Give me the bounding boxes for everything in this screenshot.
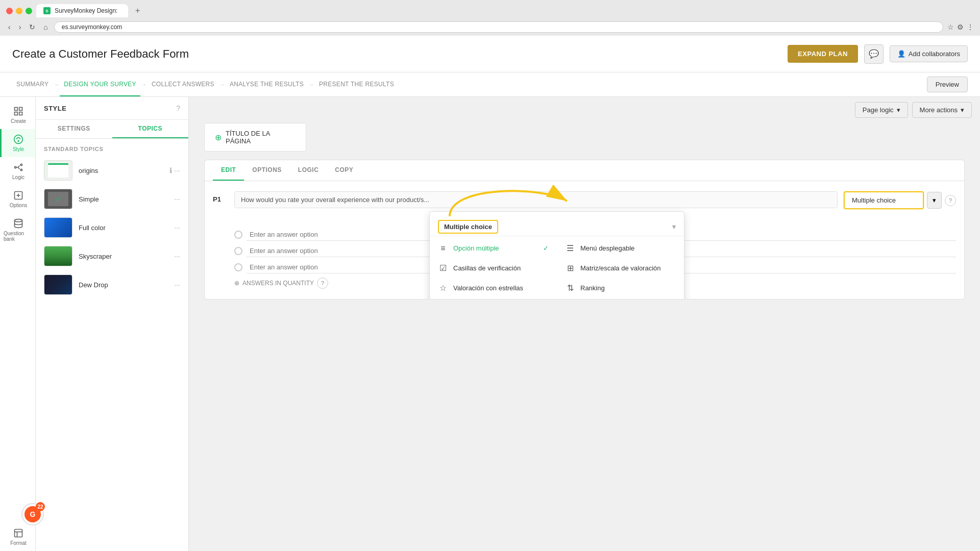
sidebar-item-options[interactable]: Options bbox=[0, 185, 35, 213]
theme-item-simple[interactable]: ✓ Simple ··· bbox=[36, 185, 188, 213]
sidebar-item-style[interactable]: Style bbox=[0, 129, 35, 157]
grid-icon-dd: ⊞ bbox=[565, 263, 575, 273]
tab-topics[interactable]: TOPICS bbox=[112, 120, 189, 138]
chat-button[interactable]: 💬 bbox=[864, 44, 884, 64]
plus-circle-icon: ⊕ bbox=[215, 133, 222, 142]
sidebar-item-question-bank[interactable]: Question bank bbox=[0, 213, 35, 247]
theme-more-fullcolor[interactable]: ··· bbox=[174, 223, 180, 232]
logic-icon bbox=[13, 162, 23, 172]
theme-item-origins[interactable]: origins ℹ ··· bbox=[36, 156, 188, 185]
nav-present-label: PRESENT THE RESULTS bbox=[319, 81, 394, 88]
nav-arrow-1: → bbox=[54, 82, 59, 87]
theme-item-skyscraper[interactable]: Skyscraper ··· bbox=[36, 242, 188, 270]
theme-thumb-fullcolor bbox=[44, 217, 72, 238]
theme-more-origins[interactable]: ··· bbox=[174, 166, 180, 174]
payments-badge[interactable]: G 22 bbox=[21, 503, 44, 525]
answers-qty-label: ANSWERS IN QUANTITY bbox=[242, 280, 314, 287]
plus-square-icon bbox=[13, 190, 23, 201]
address-bar[interactable] bbox=[54, 21, 943, 33]
person-icon: 👤 bbox=[897, 50, 905, 58]
more-actions-button[interactable]: More actions ▾ bbox=[912, 102, 972, 118]
home-button[interactable]: ⌂ bbox=[41, 22, 50, 32]
sidebar-item-create[interactable]: Create bbox=[0, 101, 35, 129]
radio-button-2[interactable] bbox=[234, 247, 242, 255]
menu-button[interactable]: ⋮ bbox=[967, 23, 974, 31]
nav-summary[interactable]: SUMMARY bbox=[12, 72, 53, 96]
minimize-btn[interactable] bbox=[16, 8, 22, 14]
dropdown-item-matriz[interactable]: ⊞ Matriz/escala de valoración bbox=[557, 258, 684, 278]
radio-button-3[interactable] bbox=[234, 263, 242, 271]
qtab-logic[interactable]: LOGIC bbox=[290, 160, 327, 181]
preview-button[interactable]: Preview bbox=[927, 77, 968, 92]
page-title-bar[interactable]: ⊕ TÍTULO DE LA PÁGINA bbox=[204, 123, 306, 152]
sidebar-item-format[interactable]: Format bbox=[0, 523, 35, 551]
dropdown-item-slider[interactable]: ⊸ Control deslizante bbox=[557, 298, 684, 299]
theme-more-skyscraper[interactable]: ··· bbox=[174, 252, 180, 260]
bookmark-button[interactable]: ☆ bbox=[947, 23, 954, 31]
survey-canvas: ⊕ TÍTULO DE LA PÁGINA EDIT OPTIONS LOGIC bbox=[189, 123, 980, 551]
nav-arrow-3: → bbox=[219, 82, 225, 87]
dropdown-item-label: Valoración con estrellas bbox=[453, 284, 523, 292]
tab-favicon: S bbox=[43, 7, 51, 14]
maximize-btn[interactable] bbox=[26, 8, 32, 14]
svg-rect-0 bbox=[15, 108, 18, 111]
answers-qty-help[interactable]: ? bbox=[317, 278, 328, 289]
page-title: Create a Customer Feedback Form bbox=[12, 47, 189, 61]
dropdown-item-opcion-multiple[interactable]: ≡ Opción múltiple ✓ bbox=[430, 238, 557, 258]
dropdown-item-label: Ranking bbox=[580, 284, 605, 292]
style-panel-title: STYLE bbox=[44, 105, 66, 112]
theme-thumb-dewdrop bbox=[44, 274, 72, 295]
dropdown-item-estrellas[interactable]: ☆ Valoración con estrellas bbox=[430, 278, 557, 298]
style-panel: STYLE ? SETTINGS TOPICS STANDARD TOPICS … bbox=[36, 97, 189, 551]
nav-collect[interactable]: COLLECT ANSWERS bbox=[148, 72, 218, 96]
theme-info-origins[interactable]: ℹ bbox=[169, 166, 172, 174]
style-help-button[interactable]: ? bbox=[176, 104, 180, 112]
question-tabs: EDIT OPTIONS LOGIC COPY bbox=[205, 160, 964, 181]
question-type-arrow[interactable]: ▾ bbox=[927, 192, 942, 209]
forward-button[interactable]: › bbox=[17, 22, 23, 32]
theme-item-dewdrop[interactable]: Dew Drop ··· bbox=[36, 270, 188, 299]
question-text-input[interactable] bbox=[234, 191, 838, 208]
dropdown-item-casillas[interactable]: ☑ Casillas de verificación bbox=[430, 258, 557, 278]
chevron-down-icon-2: ▾ bbox=[961, 106, 964, 114]
nav-design[interactable]: DESIGN YOUR SURVEY bbox=[60, 72, 140, 96]
qtab-options[interactable]: OPTIONS bbox=[244, 160, 290, 181]
new-tab-button[interactable]: + bbox=[132, 5, 143, 16]
tab-label: SurveyMonkey Design: bbox=[55, 7, 117, 14]
dropdown-item-menu-desplegable[interactable]: ☰ Menú desplegable bbox=[557, 238, 684, 258]
add-collaborators-button[interactable]: 👤 Add collaborators bbox=[890, 45, 968, 62]
dropdown-item-escala[interactable]: ▦ Escala mejor/peor bbox=[430, 298, 557, 299]
ranking-icon: ⇅ bbox=[565, 283, 575, 293]
close-btn[interactable] bbox=[6, 8, 13, 14]
reload-button[interactable]: ↻ bbox=[27, 22, 37, 32]
question-label: P1 bbox=[213, 191, 228, 203]
theme-item-fullcolor[interactable]: Full color ··· bbox=[36, 213, 188, 242]
expand-plan-button[interactable]: EXPAND PLAN bbox=[788, 45, 858, 63]
question-type-selector: Multiple choice ▾ ? bbox=[844, 191, 956, 209]
question-help-button[interactable]: ? bbox=[945, 195, 956, 206]
qtab-copy[interactable]: COPY bbox=[327, 160, 361, 181]
question-type-button[interactable]: Multiple choice bbox=[844, 191, 924, 209]
dropdown-item-ranking[interactable]: ⇅ Ranking bbox=[557, 278, 684, 298]
radio-button-1[interactable] bbox=[234, 231, 242, 239]
nav-present[interactable]: PRESENT THE RESULTS bbox=[315, 72, 398, 96]
browser-tab[interactable]: S SurveyMonkey Design: bbox=[36, 4, 128, 17]
grid-icon bbox=[13, 106, 23, 116]
sidebar-item-logic[interactable]: Logic bbox=[0, 157, 35, 185]
sidebar-qbank-label: Question bank bbox=[4, 231, 33, 242]
theme-name-simple: Simple bbox=[79, 195, 168, 203]
back-button[interactable]: ‹ bbox=[6, 22, 13, 32]
content-area: Page logic ▾ More actions ▾ ⊕ TÍTULO DE … bbox=[189, 97, 980, 551]
settings-button[interactable]: ⚙ bbox=[957, 23, 964, 31]
list-icon: ≡ bbox=[438, 244, 448, 253]
svg-rect-2 bbox=[15, 112, 18, 115]
theme-more-simple[interactable]: ··· bbox=[174, 195, 180, 203]
svg-rect-1 bbox=[19, 108, 22, 111]
tab-settings[interactable]: SETTINGS bbox=[36, 120, 112, 138]
page-logic-button[interactable]: Page logic ▾ bbox=[855, 102, 908, 118]
nav-steps: SUMMARY → DESIGN YOUR SURVEY → COLLECT A… bbox=[0, 72, 980, 97]
theme-more-dewdrop[interactable]: ··· bbox=[174, 281, 180, 289]
qtab-edit[interactable]: EDIT bbox=[213, 160, 244, 181]
nav-collect-label: COLLECT ANSWERS bbox=[152, 81, 214, 88]
nav-analyse[interactable]: ANALYSE THE RESULTS bbox=[226, 72, 308, 96]
